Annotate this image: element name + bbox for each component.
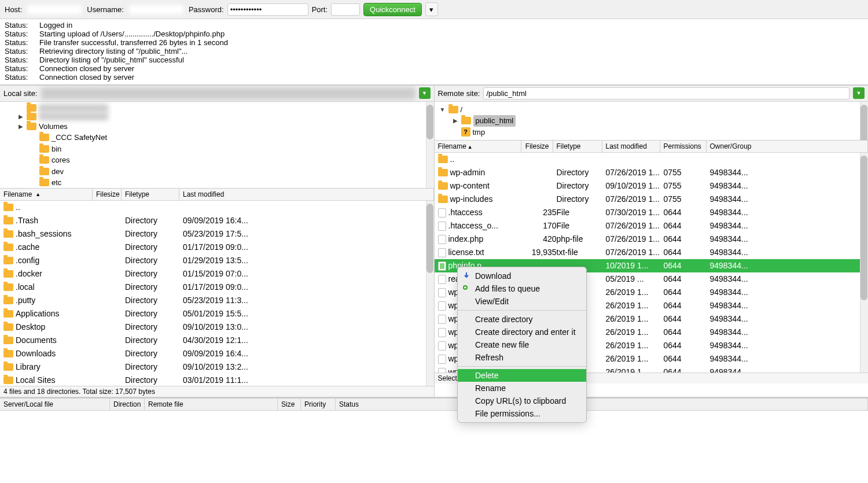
chevron-down-icon: ▼ [422,90,427,96]
local-site-dropdown[interactable]: ▼ [419,87,431,99]
sort-ascending-icon: ▲ [468,144,473,150]
folder-icon [438,196,448,203]
question-icon: ? [461,127,470,137]
menu-separator [458,366,586,367]
file-row[interactable]: wp-includesDirectory07/26/2019 1...07559… [435,193,869,206]
folder-icon [438,156,448,163]
file-row[interactable]: .bash_sessionsDirectory05/23/2019 17:5..… [0,227,434,241]
file-row[interactable]: .dockerDirectory01/15/2019 07:0... [0,267,434,281]
file-row[interactable]: .htaccess235File07/30/2019 1...064494983… [435,206,869,219]
context-menu-item[interactable]: Delete [458,369,586,382]
queue-header[interactable]: Server/Local file Direction Remote file … [0,397,868,411]
file-row[interactable]: .. [435,153,869,166]
file-icon [438,275,446,284]
file-row[interactable]: .puttyDirectory05/23/2019 11:3... [0,294,434,307]
context-menu-item[interactable]: Create new file [458,338,586,351]
file-row[interactable]: .configDirectory01/29/2019 13:5... [0,254,434,267]
context-menu-item[interactable]: View/Edit [458,295,586,308]
folder-icon [39,156,49,164]
remote-file-list-header[interactable]: Filename▲ Filesize Filetype Last modifie… [435,141,869,153]
remote-site-dropdown[interactable]: ▼ [853,87,865,99]
tree-item[interactable]: ▼ / [439,104,864,116]
tree-item[interactable]: etc [5,177,429,189]
local-site-input[interactable] [41,87,415,99]
file-icon [438,355,446,364]
file-row[interactable]: .TrashDirectory09/09/2019 16:4... [0,214,434,227]
file-row[interactable]: DocumentsDirectory04/30/2019 12:1... [0,334,434,347]
file-row[interactable]: DownloadsDirectory09/09/2019 16:4... [0,347,434,360]
local-file-list-header[interactable]: Filename▲ Filesize Filetype Last modifie… [0,189,434,201]
tree-item[interactable]: ? tmp [439,127,864,138]
context-menu-item[interactable]: Create directory [458,313,586,326]
tree-item[interactable]: ▶ [5,112,429,121]
log-row: Status:Connection closed by server [5,65,863,73]
tree-item[interactable]: _CCC SafetyNet [5,132,429,143]
folder-icon [3,323,13,331]
context-menu-item[interactable]: Create directory and enter it [458,326,586,338]
file-row[interactable]: wp-contentDirectory09/10/2019 1...075594… [435,179,869,193]
menu-separator [458,310,586,311]
username-input[interactable] [127,3,185,16]
file-row[interactable]: .htaccess_o...170File07/26/2019 1...0644… [435,219,869,233]
folder-icon [3,337,13,344]
file-row[interactable]: license.txt19,935txt-file07/26/2019 1...… [435,246,869,259]
disclosure-triangle-icon[interactable]: ▶ [17,122,24,131]
chevron-down-icon: ▼ [856,90,862,96]
file-row[interactable]: .localDirectory01/17/2019 09:0... [0,281,434,294]
chevron-down-icon: ▾ [429,5,433,14]
context-menu-item[interactable]: File permissions... [458,407,586,420]
folder-icon [3,377,13,384]
log-row: Status:File transfer successful, transfe… [5,39,863,47]
folder-icon [3,283,13,291]
log-row: Status:Starting upload of /Users/.......… [5,30,863,39]
context-menu-item[interactable]: Download [458,270,586,282]
context-menu-item[interactable]: Rename [458,382,586,394]
file-row[interactable]: Local SitesDirectory03/01/2019 11:1... [0,374,434,386]
local-list-scrollbar[interactable] [426,201,434,386]
quickconnect-history-dropdown[interactable]: ▾ [425,2,438,16]
remote-tree[interactable]: ▼ /▶ public_html? tmp [435,102,869,141]
file-row[interactable]: .. [0,201,434,214]
folder-icon [3,350,13,357]
remote-site-label: Remote site: [438,89,480,98]
file-row[interactable]: DesktopDirectory09/10/2019 13:0... [0,320,434,334]
context-menu-item[interactable]: Refresh [458,351,586,364]
tree-item[interactable] [5,104,429,112]
folder-icon [3,363,13,371]
file-row[interactable]: wp-adminDirectory07/26/2019 1...07559498… [435,166,869,179]
password-input[interactable] [227,3,308,16]
tree-item[interactable]: dev [5,166,429,178]
file-row[interactable]: .cacheDirectory01/17/2019 09:0... [0,241,434,254]
tree-item[interactable]: ▶ public_html [439,115,864,127]
tree-item[interactable]: bin [5,143,429,155]
tree-item[interactable]: cores [5,154,429,166]
password-label: Password: [189,5,224,14]
folder-icon [27,123,36,130]
disclosure-triangle-icon[interactable]: ▶ [452,116,459,125]
file-row[interactable]: ApplicationsDirectory05/01/2019 15:5... [0,307,434,320]
file-icon [438,261,446,271]
file-row[interactable]: index.php420php-file07/26/2019 1...06449… [435,233,869,246]
folder-icon [3,204,13,211]
context-menu-item[interactable]: Copy URL(s) to clipboard [458,394,586,407]
local-tree-scrollbar[interactable] [426,102,434,188]
disclosure-triangle-icon[interactable]: ▼ [439,105,446,114]
file-row[interactable]: LibraryDirectory09/10/2019 13:2... [0,360,434,374]
folder-icon [3,230,13,238]
quickconnect-button[interactable]: Quickconnect [363,3,422,16]
remote-tree-scrollbar[interactable] [860,102,868,141]
username-label: Username: [87,5,124,14]
host-input[interactable] [25,3,83,16]
context-menu-item[interactable]: Add files to queue [458,282,586,295]
local-tree[interactable]: ▶ ▶ Volumes _CCC SafetyNet bin cores dev… [0,102,434,189]
remote-site-input[interactable] [483,87,849,99]
port-input[interactable] [331,3,360,16]
queue-body[interactable] [0,411,868,457]
local-pane: Local site: ▼ ▶ ▶ Volumes _CCC SafetyNet… [0,86,435,397]
remote-list-scrollbar[interactable] [860,153,868,373]
folder-icon [3,244,13,251]
folder-icon [438,182,448,190]
tree-item[interactable]: ▶ Volumes [5,121,429,132]
download-icon [462,272,470,280]
disclosure-triangle-icon[interactable]: ▶ [17,112,24,121]
